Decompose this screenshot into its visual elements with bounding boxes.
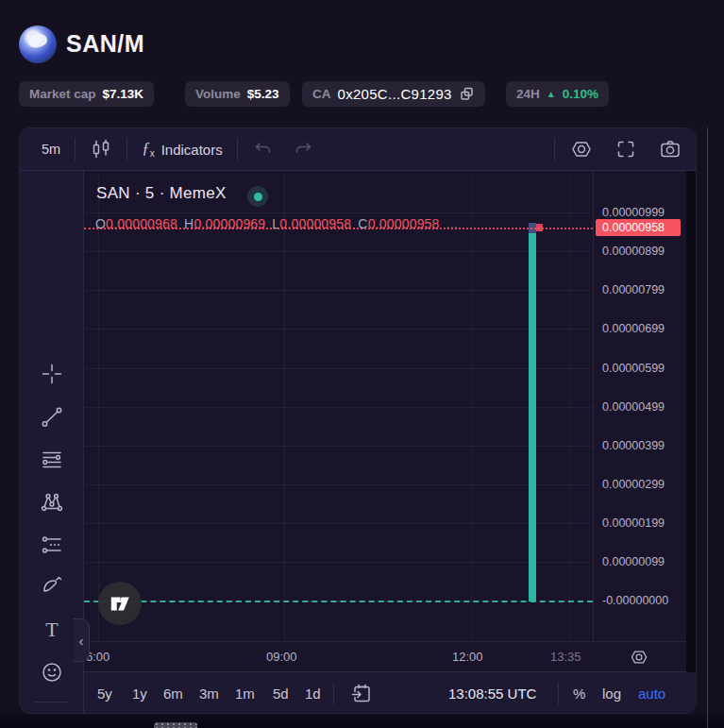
chart-bottom-bar: 5y 1y 6m 3m 1m 5d 1d 13:08:55 UTC % log … (84, 673, 697, 714)
percent-scale-button[interactable]: % (573, 673, 585, 714)
market-cap-chip: Market cap $7.13K (19, 81, 154, 107)
goto-date-button[interactable] (349, 682, 374, 710)
auto-scale-button[interactable]: auto (638, 673, 665, 714)
market-cap-value: $7.13K (103, 87, 144, 101)
time-tick: 09:00 (266, 650, 297, 664)
collapse-chevron-icon: ‹ (79, 633, 84, 649)
indicators-label: Indicators (161, 142, 223, 158)
range-button-1y[interactable]: 1y (132, 673, 147, 714)
bottom-bar-separator (558, 683, 559, 704)
toolbar-separator (554, 138, 555, 161)
range-button-1d[interactable]: 1d (305, 673, 321, 714)
camera-icon (658, 137, 682, 161)
undo-button[interactable] (242, 135, 283, 163)
fib-retracement-icon[interactable] (40, 448, 64, 472)
long-position-icon[interactable] (40, 533, 64, 557)
screenshot-button[interactable] (648, 135, 686, 163)
price-tick: 0.00000199 (602, 516, 665, 530)
price-tick: 0.00000299 (602, 478, 665, 491)
change-24h-label: 24H (516, 87, 540, 101)
interval-button[interactable]: 5m (31, 135, 71, 163)
text-tool-icon[interactable]: T (40, 618, 64, 642)
market-cap-label: Market cap (29, 87, 96, 101)
tradingview-logo[interactable] (98, 582, 142, 625)
redo-icon (294, 139, 314, 160)
contract-value: 0x205C...C91293 (338, 86, 452, 102)
time-tick-current: 13:35 (550, 650, 581, 664)
price-tick: 0.00000499 (602, 400, 665, 414)
fullscreen-icon (615, 138, 637, 161)
undo-icon (252, 139, 273, 160)
drag-handle[interactable] (154, 722, 197, 728)
xabcd-pattern-icon[interactable] (40, 490, 64, 515)
redo-button[interactable] (283, 135, 325, 163)
price-axis[interactable]: 0.00000999 0.00000958 0.00000899 0.00000… (593, 171, 686, 641)
contract-label: CA (312, 87, 331, 101)
chart-settings-button[interactable] (559, 135, 604, 163)
market-status-dot[interactable] (247, 186, 268, 207)
emoji-icon[interactable] (40, 660, 64, 685)
pair-title: SAN/M (66, 30, 144, 58)
range-button-5d[interactable]: 5d (273, 673, 289, 714)
indicators-button[interactable]: ƒx Indicators (131, 135, 233, 163)
toolbar-separator (75, 138, 76, 161)
crosshair-icon[interactable] (40, 362, 64, 386)
fullscreen-button[interactable] (604, 135, 648, 163)
brush-icon[interactable] (40, 572, 64, 597)
up-triangle-icon: ▲ (547, 89, 556, 99)
axis-settings-button[interactable] (629, 647, 649, 671)
price-tick: 0.00000899 (602, 245, 665, 258)
trend-line-icon[interactable] (40, 405, 64, 430)
log-scale-button[interactable]: log (602, 673, 621, 714)
price-tick: 0.00000999 (602, 206, 665, 219)
ohlc-readout: O0.00000968H0.00000969L0.00000958C0.0000… (95, 216, 458, 231)
contract-address-chip[interactable]: CA 0x205C...C91293 (302, 81, 485, 107)
price-tick: 0.00000599 (602, 362, 665, 375)
time-axis[interactable]: 6:00 09:00 12:00 13:35 (84, 641, 686, 672)
page-gap (0, 715, 724, 722)
volume-label: Volume (195, 87, 241, 101)
volume-chip: Volume $5.23 (185, 81, 290, 107)
chart-toolbar: 5m ƒx Indicators (20, 128, 697, 171)
price-tick: 0.00000099 (602, 555, 665, 568)
toolbar-collapse-button[interactable]: ‹ (74, 618, 90, 662)
change-24h-value: 0.10% (563, 87, 598, 101)
chart-legend-title[interactable]: SAN · 5 · MemeX (96, 184, 227, 203)
chart-widget: 5m ƒx Indicators (19, 127, 697, 714)
right-gutter (686, 171, 697, 672)
volume-value: $5.23 (247, 87, 279, 101)
interval-label: 5m (42, 142, 60, 157)
baseline-dashed-line (84, 601, 593, 602)
price-tick: 0.00000699 (602, 322, 665, 335)
copy-icon[interactable] (459, 86, 475, 102)
time-tick: 12:00 (452, 650, 483, 664)
green-candle (529, 223, 536, 601)
next-section-edge (0, 722, 724, 728)
price-tick: -0.00000000 (602, 594, 668, 607)
token-avatar (19, 25, 57, 63)
chart-style-button[interactable] (79, 135, 123, 163)
range-button-6m[interactable]: 6m (163, 673, 183, 714)
change-24h-chip: 24H ▲ 0.10% (506, 81, 609, 107)
settings-icon (569, 137, 594, 161)
price-tick: 0.00000799 (602, 283, 665, 296)
range-button-5y[interactable]: 5y (97, 673, 112, 714)
range-button-1m[interactable]: 1m (235, 673, 255, 714)
tools-divider (35, 702, 69, 703)
chart-plot-area[interactable]: SAN · 5 · MemeX O0.00000968H0.00000969L0… (84, 171, 593, 641)
bottom-bar-separator (333, 683, 334, 704)
toolbar-separator (126, 138, 127, 161)
last-price-label: 0.00000958 (596, 219, 681, 236)
price-tick: 0.00000399 (602, 439, 665, 452)
candles-icon (90, 138, 112, 161)
range-button-3m[interactable]: 3m (199, 673, 219, 714)
toolbar-separator (237, 138, 238, 161)
session-clock[interactable]: 13:08:55 UTC (448, 673, 536, 714)
panel-divider[interactable] (707, 127, 708, 728)
fx-icon: ƒx (142, 139, 155, 159)
